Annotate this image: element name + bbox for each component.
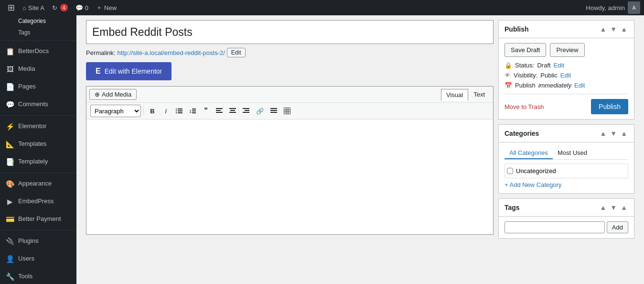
edit-permalink-button[interactable]: Edit (227, 48, 246, 57)
category-item-label: Uncategorized (516, 167, 556, 175)
sidebar-label: EmbedPress (18, 197, 54, 206)
adminbar-new[interactable]: ＋ New (92, 0, 120, 15)
visibility-value: Public (540, 72, 557, 79)
sidebar-item-plugins[interactable]: 🔌 Plugins (0, 232, 76, 250)
permalink-url[interactable]: http://site-a.local/embed-reddit-posts-2… (117, 49, 225, 56)
align-center-button[interactable] (226, 105, 239, 117)
status-edit-link[interactable]: Edit (554, 62, 564, 69)
updates-count: 4 (60, 4, 68, 11)
cat-close-button[interactable]: ▲ (620, 129, 628, 138)
collapse-down-button[interactable]: ▼ (609, 24, 618, 34)
sidebar-item-better-payment[interactable]: 💳 Better Payment (0, 210, 76, 228)
adminbar-site[interactable]: ⌂ Site A (19, 0, 48, 15)
sidebar-item-templately[interactable]: 📑 Templately (0, 153, 76, 171)
close-postbox-button[interactable]: ▲ (620, 24, 628, 34)
italic-button[interactable]: I (160, 105, 172, 117)
visibility-row: 👁 Visibility: Public Edit (504, 72, 628, 79)
adminbar-comments[interactable]: 💬 0 (72, 0, 92, 15)
add-new-category-link[interactable]: + Add New Category (504, 181, 562, 188)
add-media-button[interactable]: ⊕ Add Media (89, 89, 137, 100)
tab-all-categories[interactable]: All Categories (504, 147, 553, 159)
elementor-icon: ⚡ (6, 121, 14, 131)
table-button[interactable] (281, 105, 293, 117)
sidebar-label: Media (18, 65, 35, 73)
align-left-button[interactable] (213, 105, 225, 117)
comment-icon: 💬 (75, 4, 83, 11)
tags-box-header[interactable]: Tags ▲ ▼ ▲ (499, 199, 634, 217)
sidebar-item-appearance[interactable]: 🎨 Appearance (0, 175, 76, 193)
sidebar-item-comments[interactable]: 💬 Comments (0, 96, 76, 113)
edit-with-elementor-button[interactable]: E Edit with Elementor (86, 62, 172, 80)
sidebar-label: Appearance (18, 179, 52, 188)
paragraph-select[interactable]: Paragraph Heading 1 Heading 2 Heading 3 … (90, 105, 141, 117)
editor-body[interactable] (86, 120, 493, 234)
publish-time-edit-link[interactable]: Edit (574, 82, 585, 89)
elementor-btn-label: Edit with Elementor (105, 67, 162, 75)
ul-button[interactable] (173, 105, 185, 117)
adminbar-howdy[interactable]: Howdy, admin A (586, 1, 640, 14)
templately-icon: 📑 (6, 157, 14, 167)
sidebar-item-betterdocs[interactable]: 📋 BetterDocs (0, 43, 76, 60)
cat-collapse-up-button[interactable]: ▲ (599, 129, 607, 138)
sidebar-label: Comments (18, 100, 48, 109)
sidebar-item-templates[interactable]: 📐 Templates (0, 135, 76, 153)
visibility-edit-link[interactable]: Edit (560, 72, 571, 79)
howdy-text: Howdy, admin (586, 4, 625, 11)
cat-collapse-down-button[interactable]: ▼ (609, 129, 618, 138)
pages-icon: 📄 (6, 82, 14, 92)
tags-collapse-down-button[interactable]: ▼ (609, 203, 618, 212)
tab-most-used[interactable]: Most Used (553, 147, 592, 159)
align-justify-icon (270, 108, 277, 114)
svg-rect-15 (230, 110, 235, 111)
tags-text-input[interactable] (504, 221, 605, 233)
publish-box-title: Publish (504, 25, 529, 33)
link-button[interactable]: 🔗 (253, 105, 267, 117)
tab-text[interactable]: Text (468, 88, 490, 100)
site-name: Site A (28, 4, 44, 11)
sidebar-item-elementor[interactable]: ⚡ Elementor (0, 118, 76, 135)
categories-box-header[interactable]: Categories ▲ ▼ ▲ (499, 125, 634, 142)
sidebar-item-users[interactable]: 👤 Users (0, 250, 76, 268)
tags-close-button[interactable]: ▲ (620, 203, 628, 212)
move-to-trash-button[interactable]: Move to Trash (504, 103, 544, 110)
tab-visual[interactable]: Visual (441, 89, 468, 101)
post-title-input[interactable] (86, 20, 494, 44)
add-tag-button[interactable]: Add (607, 221, 628, 233)
sidebar-item-categories[interactable]: Categories (0, 15, 76, 27)
sidebar-label: Templately (18, 157, 48, 166)
publish-when-value: immediately (538, 82, 571, 89)
svg-rect-19 (245, 110, 249, 111)
sidebar-item-tags[interactable]: Tags (0, 27, 76, 38)
wp-logo-icon: ⊞ (8, 2, 15, 13)
svg-rect-14 (229, 108, 236, 109)
category-checkbox[interactable] (507, 168, 513, 174)
align-right-button[interactable] (240, 105, 252, 117)
templates-icon: 📐 (6, 139, 14, 149)
sidebar-label: Tools (18, 272, 32, 281)
collapse-up-button[interactable]: ▲ (599, 24, 607, 34)
publish-footer: Move to Trash Publish (504, 94, 628, 114)
bold-button[interactable]: B (146, 105, 159, 117)
align-justify-button[interactable] (268, 105, 280, 117)
save-draft-button[interactable]: Save Draft (504, 43, 546, 57)
sidebar-item-tools[interactable]: 🔧 Tools (0, 268, 76, 284)
ol-icon: 1. (189, 108, 196, 114)
tags-collapse-up-button[interactable]: ▲ (599, 203, 607, 212)
adminbar-logo[interactable]: ⊞ (4, 0, 19, 15)
adminbar-updates[interactable]: ↻ 4 (48, 0, 72, 15)
embedpress-icon: ▶ (6, 197, 14, 207)
add-media-label: Add Media (102, 91, 131, 98)
publish-box-header[interactable]: Publish ▲ ▼ ▲ (499, 21, 634, 38)
publish-button[interactable]: Publish (591, 99, 628, 114)
svg-rect-18 (243, 108, 249, 109)
blockquote-button[interactable]: " (200, 105, 212, 117)
status-row: 🔒 Status: Draft Edit (504, 62, 628, 69)
svg-rect-9 (192, 112, 196, 113)
postbox-container: Publish ▲ ▼ ▲ Save Draft Preview (498, 20, 634, 243)
preview-button[interactable]: Preview (550, 43, 584, 57)
comments-icon: 💬 (6, 99, 14, 109)
sidebar-item-media[interactable]: 🖼 Media (0, 60, 76, 78)
sidebar-item-embedpress[interactable]: ▶ EmbedPress (0, 193, 76, 210)
sidebar-item-pages[interactable]: 📄 Pages (0, 78, 76, 96)
ol-button[interactable]: 1. (186, 105, 199, 117)
